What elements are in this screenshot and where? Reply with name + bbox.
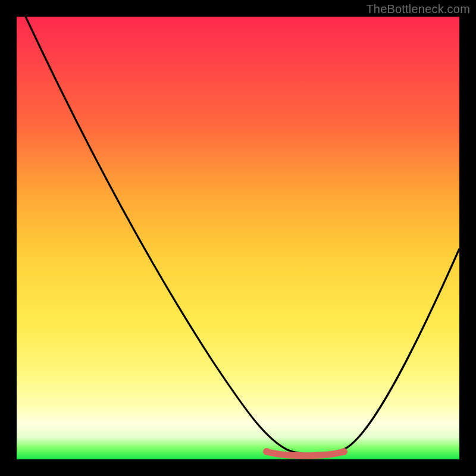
watermark-text: TheBottleneck.com [366,2,470,16]
curve-path [26,17,459,455]
bottleneck-curve [17,17,459,459]
valley-right-tick [340,448,347,455]
plot-area [17,17,459,459]
chart-frame: TheBottleneck.com [0,0,476,476]
valley-left-tick [263,448,270,455]
valley-highlight [267,452,344,456]
